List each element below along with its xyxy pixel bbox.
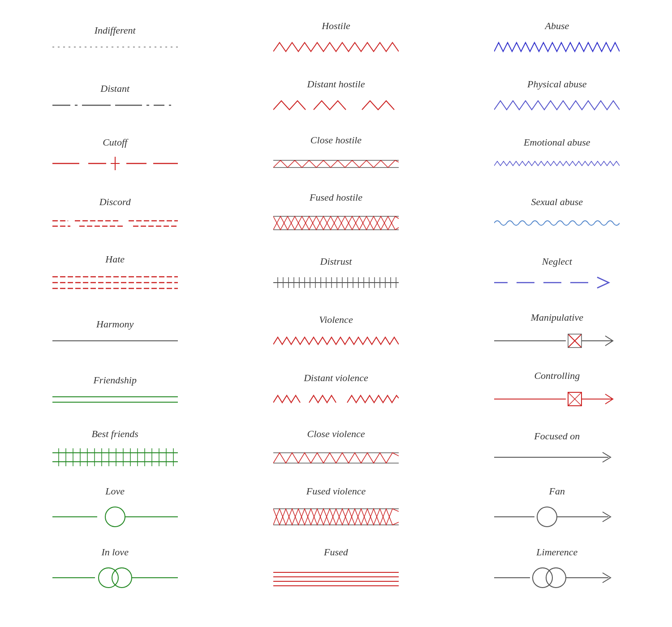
label-emotional-abuse: Emotional abuse — [524, 137, 590, 148]
label-abuse: Abuse — [545, 20, 569, 32]
symbol-focused-on — [494, 448, 620, 466]
label-love: Love — [105, 485, 125, 497]
cell-friendship: Friendship — [4, 361, 225, 419]
cell-abuse: Abuse — [447, 9, 668, 67]
label-distant: Distant — [100, 83, 129, 94]
label-fused: Fused — [324, 546, 348, 558]
symbol-close-violence — [273, 446, 399, 468]
cell-discord: Discord — [4, 184, 225, 245]
symbol-harmony — [52, 336, 178, 345]
symbol-in-love — [52, 564, 178, 591]
label-in-love: In love — [101, 546, 128, 558]
svg-point-91 — [105, 507, 125, 527]
label-limerence: Limerence — [536, 546, 577, 558]
cell-fused-violence: Fused violence — [225, 477, 446, 538]
cell-focused-on: Focused on — [447, 419, 668, 477]
cell-emotional-abuse: Emotional abuse — [447, 125, 668, 184]
symbol-abuse — [494, 38, 620, 56]
label-focused-on: Focused on — [534, 430, 580, 442]
symbol-hostile — [273, 38, 399, 56]
cell-manipulative: Manipulative — [447, 303, 668, 361]
label-fused-violence: Fused violence — [306, 485, 366, 497]
cell-fused: Fused — [225, 538, 446, 599]
symbol-fused — [273, 564, 399, 591]
cell-limerence: Limerence — [447, 538, 668, 599]
label-best-friends: Best friends — [91, 428, 138, 440]
cell-fan: Fan — [447, 477, 668, 538]
label-friendship: Friendship — [93, 374, 137, 386]
label-fan: Fan — [549, 485, 565, 497]
cell-in-love: In love — [4, 538, 225, 599]
cell-physical-abuse: Physical abuse — [447, 67, 668, 125]
symbol-distant — [52, 101, 178, 110]
label-discord: Discord — [99, 196, 131, 208]
symbol-love — [52, 503, 178, 530]
cell-violence: Violence — [225, 303, 446, 361]
label-hate: Hate — [105, 253, 125, 265]
cell-neglect: Neglect — [447, 245, 668, 303]
svg-point-96 — [537, 507, 557, 527]
label-fused-hostile: Fused hostile — [310, 192, 362, 203]
cell-distant-hostile: Distant hostile — [225, 67, 446, 125]
symbol-physical-abuse — [494, 96, 620, 114]
symbol-indifferent — [52, 43, 178, 52]
cell-controlling: Controlling — [447, 361, 668, 419]
cell-sexual-abuse: Sexual abuse — [447, 184, 668, 245]
symbol-limerence — [494, 564, 620, 591]
symbol-fused-hostile — [273, 210, 399, 236]
cell-cutoff: Cutoff — [4, 125, 225, 184]
cell-best-friends: Best friends — [4, 419, 225, 477]
symbol-manipulative — [494, 330, 620, 352]
svg-point-108 — [546, 568, 566, 588]
symbol-close-hostile — [273, 152, 399, 175]
symbol-distrust — [273, 274, 399, 292]
relationship-grid: Indifferent Hostile Abuse Distant — [0, 0, 672, 608]
label-cutoff: Cutoff — [103, 137, 127, 148]
cell-hate: Hate — [4, 245, 225, 303]
cell-distant-violence: Distant violence — [225, 361, 446, 419]
symbol-violence — [273, 332, 399, 350]
symbol-controlling — [494, 388, 620, 410]
label-close-hostile: Close hostile — [310, 134, 362, 146]
label-distant-violence: Distant violence — [304, 372, 368, 384]
symbol-distant-hostile — [273, 96, 399, 114]
symbol-cutoff — [52, 155, 178, 172]
symbol-sexual-abuse — [494, 214, 620, 232]
cell-close-violence: Close violence — [225, 419, 446, 477]
cell-hostile: Hostile — [225, 9, 446, 67]
symbol-distant-violence — [273, 390, 399, 408]
cell-distant: Distant — [4, 67, 225, 125]
symbol-friendship — [52, 392, 178, 406]
svg-point-100 — [112, 568, 132, 588]
cell-distrust: Distrust — [225, 245, 446, 303]
symbol-emotional-abuse — [494, 155, 620, 172]
label-hostile: Hostile — [322, 20, 350, 32]
symbol-best-friends — [52, 446, 178, 468]
symbol-discord — [52, 214, 178, 232]
cell-indifferent: Indifferent — [4, 9, 225, 67]
label-close-violence: Close violence — [307, 428, 365, 440]
symbol-fan — [494, 503, 620, 530]
cell-fused-hostile: Fused hostile — [225, 184, 446, 245]
label-violence: Violence — [319, 314, 353, 326]
symbol-fused-violence — [273, 503, 399, 530]
label-manipulative: Manipulative — [531, 312, 583, 323]
label-neglect: Neglect — [542, 256, 572, 267]
label-controlling: Controlling — [534, 370, 580, 382]
label-indifferent: Indifferent — [95, 25, 136, 36]
cell-close-hostile: Close hostile — [225, 125, 446, 184]
cell-love: Love — [4, 477, 225, 538]
label-physical-abuse: Physical abuse — [527, 78, 587, 90]
label-distant-hostile: Distant hostile — [307, 78, 365, 90]
label-sexual-abuse: Sexual abuse — [531, 196, 583, 208]
symbol-hate — [52, 271, 178, 294]
symbol-neglect — [494, 274, 620, 292]
label-harmony: Harmony — [96, 318, 134, 330]
label-distrust: Distrust — [320, 256, 352, 267]
cell-harmony: Harmony — [4, 303, 225, 361]
